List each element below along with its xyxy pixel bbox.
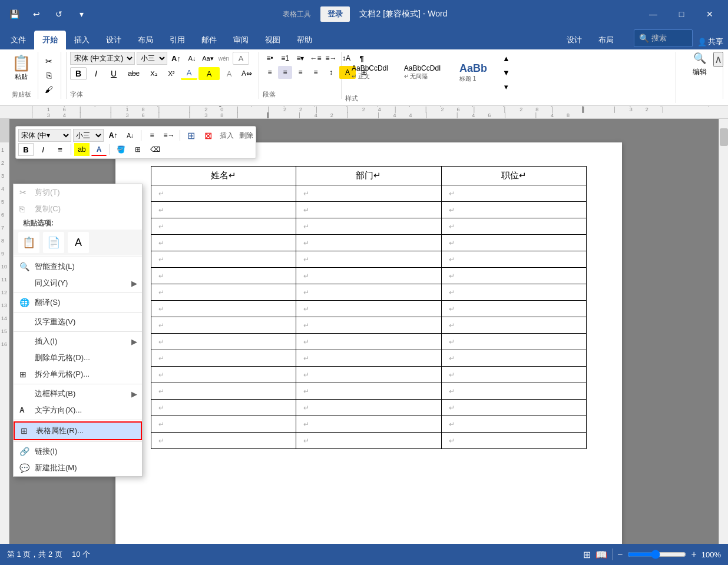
mini-font-select[interactable]: 宋体 (中▾ <box>18 129 71 142</box>
numbering-btn[interactable]: ≡1 <box>278 52 292 65</box>
mini-insert-table-btn[interactable]: ⊞ <box>183 129 198 142</box>
share-btn[interactable]: 👤共享 <box>697 36 723 47</box>
mini-shrink-btn[interactable]: A↓ <box>123 129 138 142</box>
zoom-out-btn[interactable]: − <box>617 549 623 560</box>
italic-btn[interactable]: I <box>88 67 104 80</box>
tab-view[interactable]: 视图 <box>257 31 289 49</box>
tab-table-layout[interactable]: 布局 <box>590 31 622 49</box>
ctx-hyperlink[interactable]: 🔗 链接(I) <box>14 443 142 460</box>
paste-btn[interactable]: 📋 粘贴 <box>8 52 34 84</box>
line-spacing-btn[interactable]: ↕ <box>324 66 338 79</box>
tab-insert[interactable]: 插入 <box>66 31 98 49</box>
mini-grow-btn[interactable]: A↑ <box>105 129 121 142</box>
ctx-cut[interactable]: ✂ 剪切(T) <box>14 184 142 201</box>
style-normal[interactable]: AaBbCcDdI ↵ 正文 <box>345 61 395 84</box>
char-spacing-btn[interactable]: A⇔ <box>239 67 255 80</box>
tab-help[interactable]: 帮助 <box>289 31 320 49</box>
wen-btn[interactable]: wén <box>217 52 231 65</box>
minimize-btn[interactable]: — <box>640 5 667 24</box>
align-right-btn[interactable]: ≡ <box>293 66 307 79</box>
mini-insert-label[interactable]: 插入 <box>220 131 234 141</box>
ctx-text-direction[interactable]: A 文字方向(X)... <box>14 402 142 418</box>
decrease-indent-btn[interactable]: ←≡ <box>309 52 323 65</box>
multi-level-btn[interactable]: ≡▾ <box>293 52 307 65</box>
mini-italic-btn[interactable]: I <box>35 143 51 156</box>
font-grow-btn[interactable]: A↑ <box>169 52 183 65</box>
underline-btn[interactable]: U <box>105 67 122 80</box>
styles-more-btn[interactable]: ▾ <box>499 80 513 93</box>
mini-list-btn[interactable]: ≡ <box>144 129 160 142</box>
font-shrink-btn[interactable]: A↓ <box>185 52 199 65</box>
save-qat-btn[interactable]: 💾 <box>5 5 24 24</box>
ctx-copy[interactable]: ⎘ 复制(C) <box>14 201 142 217</box>
mini-indent-btn[interactable]: ≡→ <box>161 129 177 142</box>
bold-btn[interactable]: B <box>70 67 87 80</box>
mini-shading2-btn[interactable]: 🪣 <box>113 143 128 156</box>
strikethrough-btn[interactable]: abc <box>123 67 144 80</box>
qat-more-btn[interactable]: ▾ <box>72 5 91 24</box>
style-no-space[interactable]: AaBbCcDdI ↵ 无间隔 <box>398 61 448 84</box>
zoom-in-btn[interactable]: + <box>691 549 696 560</box>
mini-border2-btn[interactable]: ⊞ <box>130 143 145 156</box>
vertical-scrollbar[interactable] <box>719 119 728 546</box>
style-heading1[interactable]: AaBb 标题 1 <box>449 61 497 84</box>
close-btn[interactable]: ✕ <box>696 5 723 24</box>
styles-scroll-up-btn[interactable]: ▲ <box>499 52 513 65</box>
tab-review[interactable]: 审阅 <box>225 31 257 49</box>
ctx-delete-cell[interactable]: 删除单元格(D)... <box>14 350 142 366</box>
layout-view-btn[interactable]: ⊞ <box>583 549 591 560</box>
subscript-btn[interactable]: X₂ <box>145 67 162 80</box>
ctx-paste-btn3[interactable]: A <box>68 232 89 253</box>
mini-fontcolor2-btn[interactable]: A <box>91 143 107 156</box>
tab-file[interactable]: 文件 <box>2 31 34 49</box>
tab-home[interactable]: 开始 <box>34 31 66 49</box>
justify-btn[interactable]: ≡ <box>309 66 323 79</box>
tab-layout[interactable]: 布局 <box>130 31 161 49</box>
ctx-translate[interactable]: 🌐 翻译(S) <box>14 294 142 311</box>
ctx-border-style[interactable]: 边框样式(B) ▶ <box>14 385 142 402</box>
redo-qat-btn[interactable]: ↺ <box>49 5 68 24</box>
ctx-insert[interactable]: 插入(I) ▶ <box>14 333 142 350</box>
search-box[interactable]: 🔍 搜索 <box>634 29 693 47</box>
maximize-btn[interactable]: □ <box>668 5 695 24</box>
bullets-btn[interactable]: ≡• <box>263 52 277 65</box>
ctx-split-cell[interactable]: ⊞ 拆分单元格(P)... <box>14 366 142 383</box>
mini-bold-btn[interactable]: B <box>18 143 34 156</box>
styles-scroll-down-btn[interactable]: ▼ <box>499 66 513 79</box>
ctx-reselect[interactable]: 汉字重选(V) <box>14 314 142 330</box>
clear-format-btn[interactable]: A <box>233 52 249 65</box>
tab-design[interactable]: 设计 <box>98 31 130 49</box>
mini-align-btn[interactable]: ≡ <box>52 143 68 156</box>
read-view-btn[interactable]: 📖 <box>595 549 607 560</box>
mini-delete-table-btn[interactable]: ⊠ <box>200 129 216 142</box>
font-name-select[interactable]: 宋体 (中文正文) <box>70 52 135 65</box>
mini-size-select[interactable]: 小三 <box>73 129 104 142</box>
font-color-btn[interactable]: A <box>181 67 197 80</box>
ctx-smart-lookup[interactable]: 🔍 智能查找(L) <box>14 258 142 275</box>
mini-eraser-btn[interactable]: ⌫ <box>147 143 163 156</box>
format-painter-btn[interactable]: 🖌 <box>41 83 57 96</box>
superscript-btn[interactable]: X² <box>163 67 180 80</box>
ctx-paste-btn2[interactable]: 📄 <box>43 232 64 253</box>
cut-btn[interactable]: ✂ <box>41 55 57 68</box>
ctx-synonyms[interactable]: 同义词(Y) ▶ <box>14 275 142 291</box>
align-center-btn[interactable]: ≡ <box>278 66 292 79</box>
copy-btn[interactable]: ⎘ <box>41 69 57 82</box>
ctx-paste-btn1[interactable]: 📋 <box>18 232 39 253</box>
ctx-table-properties[interactable]: ⊞ 表格属性(R)... <box>14 421 142 440</box>
ribbon-collapse-btn[interactable]: ∧ <box>713 52 723 67</box>
login-button[interactable]: 登录 <box>320 6 350 22</box>
tab-references[interactable]: 引用 <box>161 31 193 49</box>
tab-table-design[interactable]: 设计 <box>558 31 590 49</box>
increase-indent-btn[interactable]: ≡→ <box>324 52 338 65</box>
highlight-btn[interactable]: A <box>198 67 220 80</box>
mini-highlight2-btn[interactable]: ab <box>74 143 90 156</box>
ctx-new-comment[interactable]: 💬 新建批注(M) <box>14 460 142 476</box>
mini-delete-label[interactable]: 删除 <box>239 131 253 141</box>
font-size-select[interactable]: 小三 <box>137 52 167 65</box>
aa-btn[interactable]: Aa▾ <box>201 52 215 65</box>
text-effects-btn[interactable]: A <box>221 67 237 80</box>
undo-qat-btn[interactable]: ↩ <box>27 5 46 24</box>
zoom-slider[interactable] <box>627 550 686 559</box>
align-left-btn[interactable]: ≡ <box>263 66 277 79</box>
